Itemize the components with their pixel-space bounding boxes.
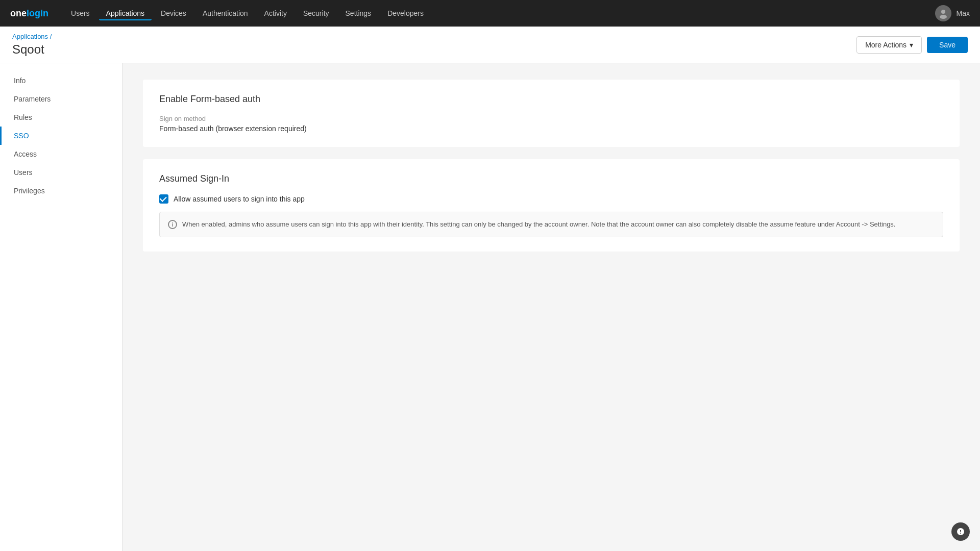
assumed-signin-title: Assumed Sign-In [159, 173, 943, 184]
logo[interactable]: onelogin [10, 8, 48, 19]
nav-items: Users Applications Devices Authenticatio… [64, 6, 935, 20]
main-content: Enable Form-based auth Sign on method Fo… [122, 63, 980, 551]
nav-item-activity[interactable]: Activity [257, 6, 294, 20]
header-actions: More Actions ▾ Save [856, 36, 968, 54]
chevron-down-icon: ▾ [910, 41, 913, 49]
sidebar-item-parameters[interactable]: Parameters [0, 90, 122, 108]
page-header-left: Applications / Sqoot [12, 33, 52, 57]
sign-on-method-label: Sign on method [159, 115, 943, 122]
more-actions-button[interactable]: More Actions ▾ [856, 36, 922, 54]
nav-item-authentication[interactable]: Authentication [195, 6, 255, 20]
sidebar: Info Parameters Rules SSO Access Users P… [0, 63, 122, 551]
main-layout: Info Parameters Rules SSO Access Users P… [0, 63, 980, 551]
sidebar-item-privileges[interactable]: Privileges [0, 182, 122, 200]
top-navigation: onelogin Users Applications Devices Auth… [0, 0, 980, 27]
breadcrumb-applications[interactable]: Applications / [12, 33, 52, 40]
nav-item-users[interactable]: Users [64, 6, 97, 20]
info-icon: i [168, 220, 177, 229]
page-header: Applications / Sqoot More Actions ▾ Save [0, 27, 980, 63]
breadcrumb[interactable]: Applications / [12, 33, 52, 40]
assumed-signin-info-box: i When enabled, admins who assume users … [159, 212, 943, 237]
nav-item-devices[interactable]: Devices [154, 6, 193, 20]
enable-form-based-auth-title: Enable Form-based auth [159, 94, 943, 105]
page-title: Sqoot [12, 42, 52, 57]
nav-item-developers[interactable]: Developers [380, 6, 431, 20]
sidebar-item-access[interactable]: Access [0, 145, 122, 163]
save-button[interactable]: Save [927, 37, 968, 53]
allow-assumed-users-checkbox[interactable] [159, 194, 168, 204]
user-name: Max [957, 9, 970, 17]
help-icon[interactable] [951, 522, 970, 541]
sidebar-item-users[interactable]: Users [0, 163, 122, 182]
assumed-signin-section: Assumed Sign-In Allow assumed users to s… [143, 159, 960, 252]
logo-text-one: one [10, 8, 27, 18]
nav-item-applications[interactable]: Applications [99, 6, 152, 20]
logo-text-login: login [27, 8, 48, 18]
nav-item-settings[interactable]: Settings [338, 6, 379, 20]
enable-form-based-auth-section: Enable Form-based auth Sign on method Fo… [143, 80, 960, 147]
sign-on-method-value: Form-based auth (browser extension requi… [159, 124, 943, 133]
nav-item-security[interactable]: Security [296, 6, 336, 20]
svg-point-1 [940, 15, 947, 19]
sidebar-item-sso[interactable]: SSO [0, 127, 122, 145]
svg-point-0 [941, 10, 945, 14]
sidebar-item-info[interactable]: Info [0, 71, 122, 90]
allow-assumed-users-row: Allow assumed users to sign into this ap… [159, 194, 943, 204]
sidebar-item-rules[interactable]: Rules [0, 108, 122, 127]
allow-assumed-users-label: Allow assumed users to sign into this ap… [174, 195, 305, 203]
info-text: When enabled, admins who assume users ca… [182, 219, 895, 230]
nav-right: Max [935, 5, 970, 21]
avatar[interactable] [935, 5, 951, 21]
